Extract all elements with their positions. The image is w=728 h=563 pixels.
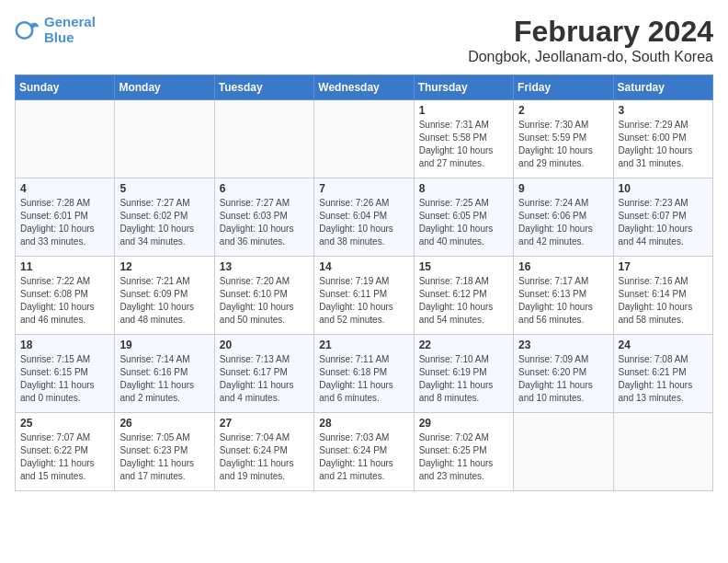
day-info: Sunrise: 7:26 AM Sunset: 6:04 PM Dayligh… [319, 197, 408, 248]
day-info: Sunrise: 7:28 AM Sunset: 6:01 PM Dayligh… [20, 197, 109, 248]
day-number: 25 [20, 417, 109, 430]
day-number: 2 [518, 104, 608, 117]
calendar-cell [514, 413, 613, 491]
day-number: 13 [220, 260, 309, 273]
calendar-cell: 9Sunrise: 7:24 AM Sunset: 6:06 PM Daylig… [514, 178, 613, 257]
day-number: 14 [319, 260, 408, 273]
day-info: Sunrise: 7:31 AM Sunset: 5:58 PM Dayligh… [419, 119, 508, 170]
day-number: 19 [119, 339, 209, 351]
calendar-cell: 23Sunrise: 7:09 AM Sunset: 6:20 PM Dayli… [514, 335, 613, 413]
calendar-cell: 12Sunrise: 7:21 AM Sunset: 6:09 PM Dayli… [115, 257, 214, 335]
svg-point-0 [17, 22, 33, 39]
calendar-cell: 19Sunrise: 7:14 AM Sunset: 6:16 PM Dayli… [115, 335, 214, 413]
calendar-cell: 1Sunrise: 7:31 AM Sunset: 5:58 PM Daylig… [414, 100, 513, 178]
day-info: Sunrise: 7:23 AM Sunset: 6:07 PM Dayligh… [619, 197, 708, 248]
calendar-cell: 26Sunrise: 7:05 AM Sunset: 6:23 PM Dayli… [115, 413, 214, 491]
day-number: 15 [419, 260, 508, 273]
calendar-cell: 5Sunrise: 7:27 AM Sunset: 6:02 PM Daylig… [115, 178, 214, 257]
calendar-cell: 16Sunrise: 7:17 AM Sunset: 6:13 PM Dayli… [514, 257, 613, 335]
day-info: Sunrise: 7:27 AM Sunset: 6:02 PM Dayligh… [119, 197, 209, 248]
calendar-cell: 2Sunrise: 7:30 AM Sunset: 5:59 PM Daylig… [514, 100, 613, 178]
day-number: 10 [619, 182, 708, 195]
day-info: Sunrise: 7:02 AM Sunset: 6:25 PM Dayligh… [419, 431, 508, 483]
day-number: 8 [419, 182, 508, 195]
logo: General Blue [15, 15, 96, 45]
calendar-cell: 14Sunrise: 7:19 AM Sunset: 6:11 PM Dayli… [314, 257, 414, 335]
calendar-cell [314, 100, 414, 178]
calendar-cell [115, 100, 214, 178]
day-info: Sunrise: 7:14 AM Sunset: 6:16 PM Dayligh… [119, 353, 209, 405]
calendar-body: 1Sunrise: 7:31 AM Sunset: 5:58 PM Daylig… [16, 100, 713, 491]
day-info: Sunrise: 7:22 AM Sunset: 6:08 PM Dayligh… [20, 275, 109, 327]
day-info: Sunrise: 7:27 AM Sunset: 6:03 PM Dayligh… [220, 197, 309, 248]
day-number: 1 [419, 104, 508, 117]
calendar-cell: 22Sunrise: 7:10 AM Sunset: 6:19 PM Dayli… [414, 335, 513, 413]
day-info: Sunrise: 7:20 AM Sunset: 6:10 PM Dayligh… [220, 275, 309, 327]
calendar-subtitle: Dongbok, Jeollanam-do, South Korea [468, 49, 713, 65]
weekday-header: Sunday [16, 75, 115, 100]
calendar-cell [613, 413, 712, 491]
day-info: Sunrise: 7:11 AM Sunset: 6:18 PM Dayligh… [319, 353, 408, 405]
day-info: Sunrise: 7:03 AM Sunset: 6:24 PM Dayligh… [319, 431, 408, 483]
day-info: Sunrise: 7:21 AM Sunset: 6:09 PM Dayligh… [119, 275, 209, 327]
calendar-cell: 28Sunrise: 7:03 AM Sunset: 6:24 PM Dayli… [314, 413, 414, 491]
day-number: 21 [319, 339, 408, 351]
logo-icon [15, 17, 40, 43]
day-info: Sunrise: 7:07 AM Sunset: 6:22 PM Dayligh… [20, 431, 109, 483]
calendar-header: SundayMondayTuesdayWednesdayThursdayFrid… [16, 75, 713, 100]
calendar-cell: 8Sunrise: 7:25 AM Sunset: 6:05 PM Daylig… [414, 178, 513, 257]
weekday-header: Wednesday [314, 75, 414, 100]
day-info: Sunrise: 7:16 AM Sunset: 6:14 PM Dayligh… [619, 275, 708, 327]
day-info: Sunrise: 7:18 AM Sunset: 6:12 PM Dayligh… [419, 275, 508, 327]
calendar-cell: 10Sunrise: 7:23 AM Sunset: 6:07 PM Dayli… [613, 178, 712, 257]
calendar-cell: 11Sunrise: 7:22 AM Sunset: 6:08 PM Dayli… [16, 257, 115, 335]
day-number: 27 [220, 417, 309, 430]
day-info: Sunrise: 7:30 AM Sunset: 5:59 PM Dayligh… [518, 119, 608, 170]
calendar-cell: 20Sunrise: 7:13 AM Sunset: 6:17 PM Dayli… [214, 335, 313, 413]
day-number: 29 [419, 417, 508, 430]
day-info: Sunrise: 7:08 AM Sunset: 6:21 PM Dayligh… [619, 353, 708, 405]
day-number: 4 [20, 182, 109, 195]
page-header: General Blue February 2024 Dongbok, Jeol… [15, 15, 713, 65]
calendar-cell [214, 100, 313, 178]
day-number: 3 [619, 104, 708, 117]
calendar-cell: 17Sunrise: 7:16 AM Sunset: 6:14 PM Dayli… [613, 257, 712, 335]
calendar-cell: 6Sunrise: 7:27 AM Sunset: 6:03 PM Daylig… [214, 178, 313, 257]
day-number: 17 [619, 260, 708, 273]
day-number: 7 [319, 182, 408, 195]
calendar-cell: 18Sunrise: 7:15 AM Sunset: 6:15 PM Dayli… [16, 335, 115, 413]
calendar-cell: 13Sunrise: 7:20 AM Sunset: 6:10 PM Dayli… [214, 257, 313, 335]
calendar-cell [16, 100, 115, 178]
calendar-cell: 3Sunrise: 7:29 AM Sunset: 6:00 PM Daylig… [613, 100, 712, 178]
day-info: Sunrise: 7:10 AM Sunset: 6:19 PM Dayligh… [419, 353, 508, 405]
calendar-cell: 4Sunrise: 7:28 AM Sunset: 6:01 PM Daylig… [16, 178, 115, 257]
calendar-cell: 7Sunrise: 7:26 AM Sunset: 6:04 PM Daylig… [314, 178, 414, 257]
weekday-header: Monday [115, 75, 214, 100]
day-number: 26 [119, 417, 209, 430]
calendar-cell: 21Sunrise: 7:11 AM Sunset: 6:18 PM Dayli… [314, 335, 414, 413]
day-number: 28 [319, 417, 408, 430]
day-number: 9 [518, 182, 608, 195]
calendar-cell: 27Sunrise: 7:04 AM Sunset: 6:24 PM Dayli… [214, 413, 313, 491]
day-info: Sunrise: 7:29 AM Sunset: 6:00 PM Dayligh… [619, 119, 708, 170]
weekday-header: Saturday [613, 75, 712, 100]
day-number: 23 [518, 339, 608, 351]
calendar-cell: 15Sunrise: 7:18 AM Sunset: 6:12 PM Dayli… [414, 257, 513, 335]
calendar-table: SundayMondayTuesdayWednesdayThursdayFrid… [15, 75, 713, 491]
day-info: Sunrise: 7:17 AM Sunset: 6:13 PM Dayligh… [518, 275, 608, 327]
calendar-title: February 2024 [468, 15, 713, 49]
weekday-header: Tuesday [214, 75, 313, 100]
calendar-cell: 24Sunrise: 7:08 AM Sunset: 6:21 PM Dayli… [613, 335, 712, 413]
title-block: February 2024 Dongbok, Jeollanam-do, Sou… [468, 15, 713, 65]
day-info: Sunrise: 7:13 AM Sunset: 6:17 PM Dayligh… [220, 353, 309, 405]
day-info: Sunrise: 7:05 AM Sunset: 6:23 PM Dayligh… [119, 431, 209, 483]
day-number: 12 [119, 260, 209, 273]
day-info: Sunrise: 7:25 AM Sunset: 6:05 PM Dayligh… [419, 197, 508, 248]
day-number: 6 [220, 182, 309, 195]
day-info: Sunrise: 7:24 AM Sunset: 6:06 PM Dayligh… [518, 197, 608, 248]
day-info: Sunrise: 7:09 AM Sunset: 6:20 PM Dayligh… [518, 353, 608, 405]
day-info: Sunrise: 7:15 AM Sunset: 6:15 PM Dayligh… [20, 353, 109, 405]
weekday-header: Friday [514, 75, 613, 100]
day-number: 11 [20, 260, 109, 273]
calendar-cell: 29Sunrise: 7:02 AM Sunset: 6:25 PM Dayli… [414, 413, 513, 491]
